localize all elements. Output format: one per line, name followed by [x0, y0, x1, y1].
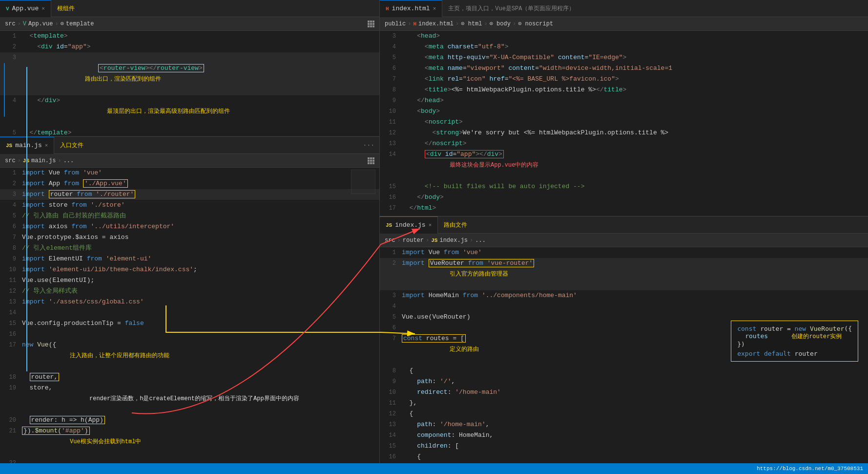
tab-main-js-label: main.js: [15, 142, 42, 149]
html-line-15: 15 <!-- built files will be auto injecte…: [380, 181, 868, 192]
mjs-line-19: 19 store, render渲染函数，h是createElement的缩写，…: [0, 383, 379, 415]
tab-main-js-description: 入口文件: [54, 141, 89, 150]
mjs-line-1: 1 import Vue from 'vue': [0, 168, 379, 178]
mjs-line-16: 16: [0, 329, 379, 340]
html-line-6: 6 <meta name="viewport" content="width=d…: [380, 63, 868, 74]
ijs-line-13: 13 path: '/home-main',: [380, 419, 868, 430]
html-line-10: 10 <body>: [380, 106, 868, 117]
mjs-line-11: 11 Vue.use(ElementUI);: [0, 275, 379, 286]
ijs-line-1: 1 import Vue from 'vue': [380, 247, 868, 258]
mjs-line-15: 15 Vue.config.productionTip = false: [0, 318, 379, 329]
mjs-line-14: 14: [0, 307, 379, 318]
mjs-line-2: 2 import App from './App.vue': [0, 178, 379, 189]
ijs-line-4: 4: [380, 301, 868, 312]
mjs-line-3: 3 import router from './router': [0, 189, 379, 200]
code-line-4: 4 </div> 最顶层的出口，渲染最高级别路由匹配到的组件: [0, 95, 379, 128]
tab-main-js[interactable]: JS main.js ×: [0, 137, 54, 154]
html-line-8: 8 <title><%= htmlWebpackPlugin.options.t…: [380, 85, 868, 95]
mjs-line-6: 6 import axios from '../utils/intercepto…: [0, 221, 379, 232]
html-line-3: 3 <head>: [380, 31, 868, 42]
mjs-line-10: 10 import 'element-ui/lib/theme-chalk/in…: [0, 264, 379, 275]
html-line-7: 7 <link rel="icon" href="<%= BASE_URL %>…: [380, 74, 868, 85]
mjs-line-9: 9 import ElementUI from 'element-ui': [0, 254, 379, 264]
html-line-13: 13 </noscript>: [380, 138, 868, 149]
mjs-line-21: 21 }).$mount('#app') Vue根实例会挂载到html中: [0, 426, 379, 458]
main-js-code: 1 import Vue from 'vue' 2 import App fro…: [0, 168, 379, 463]
js-icon-main: JS: [6, 143, 12, 149]
mjs-line-18: 18 router,: [0, 372, 379, 383]
breadcrumb-main-js: src › JS main.js › ...: [0, 154, 379, 168]
html-line-12: 12 <strong>We're sorry but <%= htmlWebpa…: [380, 128, 868, 138]
ijs-line-9: 9 path: '/',: [380, 376, 868, 387]
main-js-tab-bar: JS main.js × 入口文件 ···: [0, 137, 379, 154]
minimap-thumb: [351, 170, 375, 194]
code-line-5: 5 </template>: [0, 128, 379, 136]
html-line-9: 9 </head>: [380, 95, 868, 106]
index-js-code: 1 import Vue from 'vue' 2 import VueRout…: [380, 247, 868, 463]
mjs-line-5: 5 // 引入路由 自己封装的拦截器路由: [0, 211, 379, 221]
index-js-tab-bar: JS index.js × 路由文件: [380, 216, 868, 234]
tab-index-js[interactable]: JS index.js ×: [380, 216, 438, 234]
html-line-17: 17 </html>: [380, 203, 868, 214]
left-panel: src › V App.vue › ⊙ template: [0, 17, 380, 463]
mjs-line-13: 13 import './assets/css/global.css': [0, 297, 379, 307]
tab-more-btn[interactable]: ···: [358, 142, 379, 149]
ijs-line-12: 12 {: [380, 409, 868, 419]
vue-icon: V: [6, 6, 9, 12]
left-top-tab-bar: V App.vue × 根组件: [0, 0, 380, 17]
ijs-line-15: 15 children: [: [380, 441, 868, 452]
mjs-line-8: 8 // 引入element组件库: [0, 243, 379, 254]
tab-index-js-label: index.js: [395, 221, 425, 229]
ijs-line-8: 8 {: [380, 366, 868, 376]
grid-icon: [368, 21, 374, 27]
ijs-line-3: 3 import HomeMain from '../components/ho…: [380, 290, 868, 301]
tab-app-vue[interactable]: V App.vue ×: [0, 0, 51, 17]
right-panel: public › H index.html › ⊙ html › ⊙ body …: [380, 17, 868, 463]
tab-app-vue-description: 根组件: [51, 4, 81, 13]
code-line-1: 1 <template>: [0, 31, 379, 42]
mjs-line-12: 12 // 导入全局样式表: [0, 286, 379, 297]
ijs-line-10: 10 redirect: '/home-main': [380, 387, 868, 398]
mjs-line-22: 22: [0, 458, 379, 463]
html-line-14: 14 <div id="app"></div> 最终这块会显示App.vue中的…: [380, 149, 868, 181]
index-html-code: 3 <head> 4 <meta charset="utf-8"> 5 <met…: [380, 31, 868, 216]
html-line-4: 4 <meta charset="utf-8">: [380, 42, 868, 52]
ijs-line-2: 2 import VueRouter from 'vue-router' 引入官…: [380, 258, 868, 290]
tab-index-html-close[interactable]: ×: [433, 6, 436, 12]
router-instance-box: const router = new VueRouter({ routes 创建…: [731, 321, 858, 362]
html-line-11: 11 <noscript>: [380, 117, 868, 128]
tab-index-html-description: 主页，项目入口，Vue是SPA（单页面应用程序）: [442, 4, 580, 13]
blue-indicator: [4, 63, 5, 117]
tab-index-js-description: 路由文件: [438, 221, 473, 229]
ijs-line-14: 14 component: HomeMain,: [380, 430, 868, 441]
js-icon-index: JS: [386, 222, 392, 228]
app-vue-panel: src › V App.vue › ⊙ template: [0, 17, 379, 137]
status-bar: https://blog.csdn.net/m0_37508531: [0, 463, 868, 474]
mjs-line-20: 20 render: h => h(App): [0, 415, 379, 426]
mjs-line-17: 17 new Vue({ 注入路由，让整个应用都有路由的功能: [0, 340, 379, 372]
app-vue-code: 1 <template> 2 <div id="app"> 3 <router-…: [0, 31, 379, 136]
breadcrumb-index-js: src › router › JS index.js › ...: [380, 234, 868, 247]
right-top-tab-bar: H index.html × 主页，项目入口，Vue是SPA（单页面应用程序）: [380, 0, 868, 17]
mjs-line-7: 7 Vue.prototype.$axios = axios: [0, 232, 379, 243]
tab-index-html[interactable]: H index.html ×: [380, 0, 442, 17]
tab-app-vue-label: App.vue: [12, 5, 39, 12]
router-instance-ann: 创建的router实例: [791, 333, 842, 340]
ijs-line-16: 16 {: [380, 452, 868, 462]
html-icon: H: [386, 6, 389, 12]
ijs-line-11: 11 },: [380, 398, 868, 409]
tab-app-vue-close[interactable]: ×: [41, 6, 45, 12]
breadcrumb-app-vue: src › V App.vue › ⊙ template: [0, 17, 379, 31]
code-line-2: 2 <div id="app">: [0, 42, 379, 52]
grid-icon-main: [368, 157, 374, 164]
tab-index-html-label: index.html: [392, 5, 430, 12]
status-url: https://blog.csdn.net/m0_37508531: [757, 466, 863, 472]
html-line-16: 16 </body>: [380, 192, 868, 203]
html-line-5: 5 <meta http-equiv="X-UA-Compatible" con…: [380, 52, 868, 63]
tab-index-js-close[interactable]: ×: [429, 222, 432, 228]
code-line-3: 3 <router-view></router-view> 路由出口，渲染匹配到…: [0, 52, 379, 95]
breadcrumb-index-html: public › H index.html › ⊙ html › ⊙ body …: [380, 17, 868, 31]
tab-main-js-close[interactable]: ×: [45, 143, 48, 149]
mjs-line-4: 4 import store from './store': [0, 200, 379, 211]
